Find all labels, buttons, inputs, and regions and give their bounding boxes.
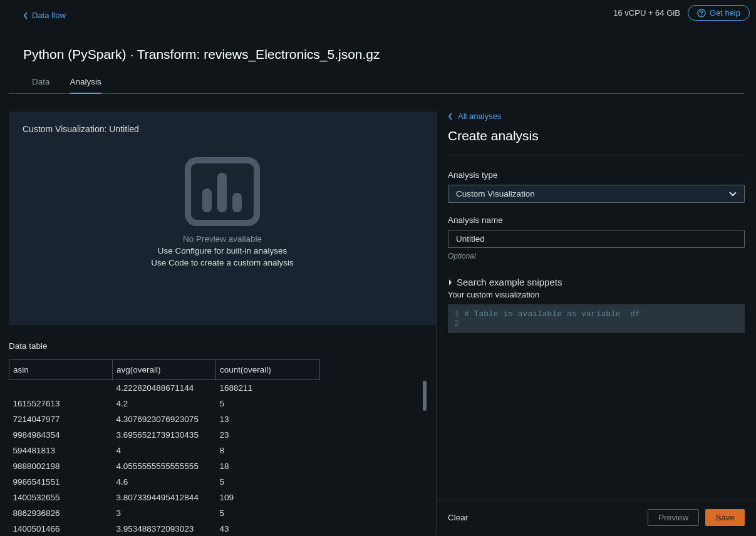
custom-viz-label: Your custom visualization [448,290,745,299]
table-cell: 3.8073394495412844 [113,490,216,505]
data-table-label: Data table [9,341,436,351]
table-cell: 4 [113,443,216,458]
table-cell: 43 [216,521,320,536]
table-cell: 594481813 [9,443,113,458]
table-row: 99849843543.695652173913043523 [9,427,320,443]
svg-rect-3 [202,188,212,212]
svg-rect-5 [232,193,242,212]
save-button[interactable]: Save [705,509,745,526]
scrollbar[interactable] [423,381,427,411]
back-to-analyses[interactable]: All analyses [448,111,745,121]
table-cell: 3.953488372093023 [113,521,216,536]
viz-title: Custom Visualization: Untitled [23,124,422,134]
viz-placeholder: No Preview available Use Configure for b… [23,145,422,312]
table-cell: 18 [216,458,320,474]
table-cell: 5 [216,396,320,411]
table-cell: 7214047977 [9,411,113,427]
table-cell: 4.0555555555555555 [113,458,216,474]
clear-button[interactable]: Clear [448,513,468,522]
viz-hint-2: Use Code to create a custom analysis [151,258,293,267]
preview-button[interactable]: Preview [648,509,699,526]
table-row: 98880021984.055555555555555518 [9,458,320,474]
analysis-name-input[interactable] [448,230,745,248]
chevron-down-icon [729,192,737,197]
code-line-1: # Table is available as variable `df` [464,309,745,328]
table-cell: 3 [113,505,216,521]
viz-hint-1: Use Configure for built-in analyses [158,246,287,255]
col-header-count[interactable]: count(overall) [216,360,320,380]
table-cell: 5 [216,474,320,490]
table-cell: 3.6956521739130435 [113,427,216,443]
table-cell: 4.6 [113,474,216,490]
table-cell: 9888002198 [9,458,113,474]
left-panel: Custom Visualization: Untitled No Previe… [0,111,436,535]
table-cell [9,380,113,396]
table-cell: 1400501466 [9,521,113,536]
tab-analysis[interactable]: Analysis [70,77,101,94]
table-row: 14005014663.95348837209302343 [9,521,320,536]
table-cell: 13 [216,411,320,427]
table-cell: 4.3076923076923075 [113,411,216,427]
table-cell: 5 [216,505,320,521]
get-help-button[interactable]: Get help [688,5,750,21]
svg-rect-4 [217,173,227,212]
back-to-dataflow[interactable]: Data flow [0,11,66,20]
search-snippets-expander[interactable]: Search example snippets [448,277,745,287]
table-row: 16155276134.25 [9,396,320,411]
chevron-left-icon [448,113,453,120]
table-cell: 1615527613 [9,396,113,411]
table-cell: 8 [216,443,320,458]
table-row: 14005326553.8073394495412844109 [9,490,320,505]
data-table: asin avg(overall) count(overall) 4.22282… [9,359,320,536]
col-header-asin[interactable]: asin [9,360,113,380]
table-cell: 8862936826 [9,505,113,521]
right-panel: All analyses Create analysis Analysis ty… [436,111,756,535]
no-preview-text: No Preview available [183,234,262,244]
create-analysis-title: Create analysis [448,128,745,155]
table-row: 72140479774.307692307692307513 [9,411,320,427]
table-row: 99665415514.65 [9,474,320,490]
back-analyses-label: All analyses [458,111,501,121]
svg-point-1 [701,14,702,15]
search-snippets-label: Search example snippets [457,277,562,287]
table-cell: 4.222820488671144 [113,380,216,396]
table-cell: 9966541551 [9,474,113,490]
table-cell: 1400532655 [9,490,113,505]
back-label: Data flow [32,11,66,20]
table-row: 4.2228204886711441688211 [9,380,320,396]
analysis-type-value: Custom Visualization [456,189,535,198]
table-cell: 9984984354 [9,427,113,443]
page-title: Python (PySpark) · Transform: reviews_El… [0,21,756,62]
code-editor[interactable]: 12 # Table is available as variable `df` [448,304,745,333]
table-row: 886293682635 [9,505,320,521]
col-header-avg[interactable]: avg(overall) [113,360,216,380]
optional-hint: Optional [448,252,745,260]
chart-placeholder-icon [182,154,263,229]
analysis-type-label: Analysis type [448,170,745,180]
table-cell: 4.2 [113,396,216,411]
table-cell: 1688211 [216,380,320,396]
get-help-label: Get help [710,8,740,18]
tab-bar: Data Analysis [9,62,745,94]
resource-badge: 16 vCPU + 64 GiB [613,8,680,18]
chevron-left-icon [23,12,28,19]
right-footer: Clear Preview Save [437,500,756,535]
caret-right-icon [448,279,453,286]
visualization-card: Custom Visualization: Untitled No Previe… [9,111,436,325]
help-icon [697,9,706,18]
table-cell: 109 [216,490,320,505]
tab-data[interactable]: Data [32,77,50,93]
analysis-type-select[interactable]: Custom Visualization [448,185,745,203]
table-cell: 23 [216,427,320,443]
analysis-name-label: Analysis name [448,215,745,225]
table-row: 59448181348 [9,443,320,458]
code-gutter: 12 [448,309,464,328]
